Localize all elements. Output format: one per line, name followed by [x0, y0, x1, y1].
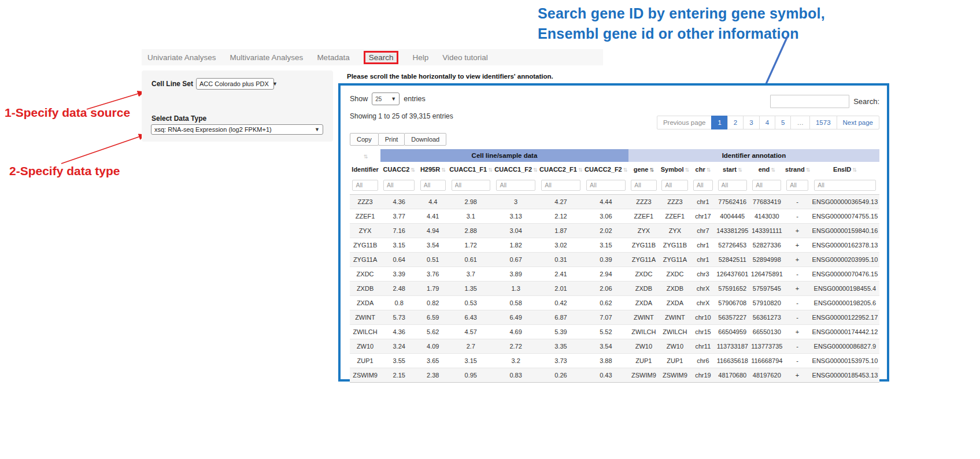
column-header-end[interactable]: end⇅ — [750, 162, 785, 177]
table-row[interactable]: ZYG11A0.640.510.610.670.310.39ZYG11AZYG1… — [350, 252, 879, 266]
column-header-gene[interactable]: gene⇅ — [628, 162, 659, 177]
nav-item-metadata[interactable]: Metadata — [317, 53, 349, 62]
page-button-1[interactable]: 1 — [711, 116, 727, 129]
cell-start: 57906708 — [715, 295, 750, 310]
sort-icon[interactable]: ⇅ — [806, 167, 811, 173]
table-row[interactable]: ZW103.244.092.72.723.353.54ZW10ZW10chr11… — [350, 339, 879, 353]
table-row[interactable]: ZXDB2.481.791.351.32.012.06ZXDBZXDBchrX5… — [350, 281, 879, 295]
cell-cuacc1-f1: 0.61 — [448, 252, 493, 266]
column-header-cuacc2[interactable]: CUACC2⇅ — [380, 162, 417, 177]
table-row[interactable]: ZXDC3.393.763.73.892.412.94ZXDCZXDCchr31… — [350, 266, 879, 281]
cell-cuacc2: 4.36 — [380, 194, 417, 209]
data-source-panel: Cell Line Set ACC Colorado plus PDX ▼ Se… — [142, 71, 333, 142]
column-header-ensid[interactable]: EnsID⇅ — [811, 162, 879, 177]
blue-annotation-line1: Search gene ID by entering gene symbol, — [538, 3, 825, 24]
sort-icon[interactable]: ⇅ — [852, 167, 857, 173]
filter-input-chr[interactable] — [693, 180, 713, 191]
column-header-cuacc1-f1[interactable]: CUACC1_F1⇅ — [448, 162, 493, 177]
sort-icon[interactable]: ⇅ — [533, 167, 538, 173]
page-button-5[interactable]: 5 — [775, 116, 791, 129]
cell-strand: + — [784, 281, 811, 295]
filter-cell-cuacc2-f1 — [538, 177, 583, 194]
table-row[interactable]: ZWINT5.736.596.436.496.877.07ZWINTZWINTc… — [350, 310, 879, 324]
nav-item-help[interactable]: Help — [412, 53, 428, 62]
filter-input-h295r[interactable] — [420, 180, 446, 191]
column-header-cuacc1-f2[interactable]: CUACC1_F2⇅ — [493, 162, 538, 177]
column-label: Symbol — [661, 166, 684, 173]
nav-item-univariate-analyses[interactable]: Univariate Analyses — [147, 53, 216, 62]
page-button-1573[interactable]: 1573 — [809, 116, 837, 129]
previous-page-button[interactable]: Previous page — [657, 116, 712, 129]
page-length-select[interactable]: 25 ▼ — [372, 92, 400, 105]
page-button-4[interactable]: 4 — [759, 116, 775, 129]
download-button[interactable]: Download — [404, 133, 446, 146]
filter-input-gene[interactable] — [631, 180, 656, 191]
table-row[interactable]: ZYG11B3.153.541.721.823.023.15ZYG11BZYG1… — [350, 238, 879, 252]
table-row[interactable]: ZZZ34.364.42.9834.274.44ZZZ3ZZZ3chr17756… — [350, 194, 879, 209]
cell-start: 52842511 — [715, 252, 750, 266]
filter-input-cuacc2-f1[interactable] — [541, 180, 580, 191]
column-header-chr[interactable]: chr⇅ — [691, 162, 715, 177]
column-header-cuacc2-f2[interactable]: CUACC2_F2⇅ — [583, 162, 628, 177]
column-header-start[interactable]: start⇅ — [715, 162, 750, 177]
sort-icon[interactable]: ⇅ — [738, 167, 742, 173]
filter-input-cuacc1-f2[interactable] — [496, 180, 535, 191]
filter-cell-gene — [628, 177, 659, 194]
table-row[interactable]: ZUP13.553.653.153.23.733.88ZUP1ZUP1chr61… — [350, 353, 879, 368]
cell-chr: chr19 — [691, 368, 715, 382]
table-row[interactable]: ZWILCH4.365.624.574.695.395.52ZWILCHZWIL… — [350, 324, 879, 339]
cell-symbol: ZYG11B — [659, 238, 691, 252]
cell-cuacc1-f2: 3 — [493, 194, 538, 209]
column-header-cuacc2-f1[interactable]: CUACC2_F1⇅ — [538, 162, 583, 177]
nav-item-multivariate-analyses[interactable]: Multivariate Analyses — [230, 53, 304, 62]
table-row[interactable]: ZSWIM92.152.380.950.830.260.43ZSWIM9ZSWI… — [350, 368, 879, 382]
cell-cuacc2-f2: 3.54 — [583, 339, 628, 353]
data-type-select[interactable]: xsq: RNA-seq Expression (log2 FPKM+1) ▼ — [151, 124, 323, 135]
filter-input-start[interactable] — [718, 180, 747, 191]
sort-icon[interactable]: ⇅ — [623, 167, 628, 173]
sort-icon[interactable]: ⇅ — [488, 167, 493, 173]
table-row[interactable]: ZXDA0.80.820.530.580.420.62ZXDAZXDAchrX5… — [350, 295, 879, 310]
filter-input-strand[interactable] — [786, 180, 808, 191]
table-row[interactable]: ZYX7.164.942.883.041.872.02ZYXZYXchr7143… — [350, 223, 879, 238]
sort-icon[interactable]: ⇅ — [707, 167, 711, 173]
cell-cuacc2-f2: 0.43 — [583, 368, 628, 382]
nav-item-video-tutorial[interactable]: Video tutorial — [442, 53, 488, 62]
sort-icon[interactable]: ⇅ — [441, 167, 446, 173]
filter-input-end[interactable] — [752, 180, 781, 191]
cell-cuacc1-f1: 1.72 — [448, 238, 493, 252]
cell-gene: ZSWIM9 — [628, 368, 659, 382]
column-header-strand[interactable]: strand⇅ — [784, 162, 811, 177]
filter-input-ensid[interactable] — [814, 180, 875, 191]
table-row[interactable]: ZZEF13.774.413.13.132.123.06ZZEF1ZZEF1ch… — [350, 209, 879, 223]
sort-icon[interactable]: ⇅ — [411, 167, 415, 173]
sort-icon[interactable]: ⇅ — [649, 167, 654, 173]
print-button[interactable]: Print — [378, 133, 405, 146]
filter-input-cuacc2-f2[interactable] — [586, 180, 626, 191]
cell-cuacc2-f1: 2.01 — [538, 281, 583, 295]
cell-identifier: ZWILCH — [350, 324, 380, 339]
nav-item-search[interactable]: Search — [364, 51, 399, 64]
filter-input-symbol[interactable] — [661, 180, 688, 191]
table-search-input[interactable] — [770, 95, 849, 108]
sort-icon[interactable]: ⇅ — [771, 167, 775, 173]
sort-icon[interactable]: ⇅ — [364, 154, 368, 160]
cell-start: 57591652 — [715, 281, 750, 295]
sort-icon[interactable]: ⇅ — [578, 167, 583, 173]
sort-icon[interactable]: ⇅ — [685, 167, 689, 173]
filter-input-cuacc2[interactable] — [383, 180, 415, 191]
column-label: gene — [634, 166, 649, 173]
filter-input-cuacc1-f1[interactable] — [452, 180, 491, 191]
page-button-2[interactable]: 2 — [727, 116, 744, 129]
filter-input-identifier[interactable] — [352, 180, 378, 191]
column-header-h295r[interactable]: H295R⇅ — [417, 162, 448, 177]
column-header-identifier[interactable]: Identifier — [350, 162, 380, 177]
copy-button[interactable]: Copy — [350, 133, 379, 146]
page-button-3[interactable]: 3 — [743, 116, 759, 129]
column-header-symbol[interactable]: Symbol⇅ — [659, 162, 691, 177]
cell-ensid: ENSG00000074755.15 — [811, 209, 879, 223]
next-page-button[interactable]: Next page — [837, 116, 879, 129]
cell-symbol: ZXDB — [659, 281, 691, 295]
cell-ensid: ENSG00000198455.4 — [811, 281, 879, 295]
cell-line-set-select[interactable]: ACC Colorado plus PDX ▼ — [196, 78, 274, 90]
